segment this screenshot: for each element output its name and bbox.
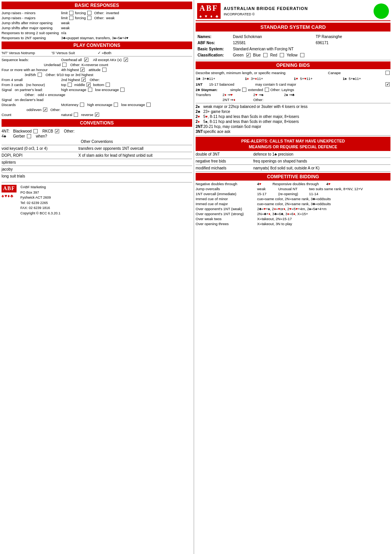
2nt-arrow-label: 2NT ⇒♦ (223, 98, 253, 102)
odd-even-label: odd/even (27, 108, 42, 112)
odd-even-checkbox[interactable] (43, 108, 47, 112)
2spades-row: 2♠ weak major or 22hcp balanced or 3suit… (196, 104, 390, 109)
discards-high-enc-label: high encourage (87, 103, 113, 107)
red-label: Red (270, 53, 277, 57)
limit-checkbox[interactable] (69, 11, 73, 15)
discards-low-checkbox[interactable] (146, 103, 151, 107)
extended-label: extended (248, 88, 263, 92)
4nt-row: 4NT: Blackwood RKCB Other: (2, 129, 192, 133)
unusual-nt-label: Unusual NT (278, 187, 309, 191)
bid-1c-desc: 3+♣11+ (201, 76, 215, 81)
yellow-label: Yellow (287, 53, 298, 57)
classification-vals: Green Blue Red Yellow (232, 52, 390, 58)
underlead-checkbox[interactable] (62, 63, 66, 67)
all-except-checkbox[interactable] (124, 58, 128, 62)
footer-fax: FAX: 02 6239 1816 (20, 206, 60, 211)
2diamonds-row: 2♦ 5♠, 8-11 hcp and less than 5cds in ot… (196, 119, 390, 124)
limit-label: limit (61, 11, 68, 15)
blackwood-label: Blackwood (13, 129, 32, 133)
canape-checkbox[interactable] (385, 71, 390, 75)
overhead-all-checkbox[interactable] (84, 58, 88, 62)
pre-double-3nt-label: double of 3NT (196, 152, 253, 156)
s-vs-suit-label: 'S' Versus Suit (51, 51, 98, 55)
over-weak-twos-val: X=takeout, 2N=15-17 (257, 217, 292, 221)
abfno1: 125581 (232, 40, 314, 45)
blackwood-checkbox[interactable] (33, 129, 38, 133)
green-checkbox[interactable] (246, 53, 251, 57)
discards-high-checkbox[interactable] (114, 103, 118, 107)
bid-1d-suit: 1♦ (245, 76, 249, 81)
pre-alerts-section: double of 3NT defence to 1♣ precision ne… (196, 152, 390, 170)
extended-checkbox[interactable] (265, 88, 269, 92)
jump-overcalls-row: Jump overcalls weak Unusual NT two suits… (196, 187, 390, 191)
discards-low-enc-label: low encourage (121, 103, 145, 107)
1nt-overcall-row: 1NT overcall (immediate) 15-17 (re-openi… (196, 192, 390, 196)
bid-1s: 1♠ 5+♠11+ (342, 76, 390, 81)
limit-checkbox-maj[interactable] (69, 16, 73, 20)
pre-alerts-header1: PRE-ALERTS: CALLS THAT MAY HAVE UNEXPECT… (198, 138, 388, 144)
pre-neg-free-row: negative free bids freq openings on shap… (196, 159, 390, 163)
immed-cue-minor-label: Immed cue of minor (196, 197, 257, 201)
other-label-maj: Other: (93, 16, 105, 20)
rkcb-checkbox[interactable] (55, 129, 59, 133)
other-weak-maj: weak (106, 16, 115, 20)
from3-middle-checkbox[interactable] (86, 83, 91, 87)
opening-bids-header: OPENING BIDS (196, 61, 390, 69)
2nt-other-label: Other: (253, 98, 263, 102)
high-enc-checkbox[interactable] (88, 88, 92, 92)
over-1nt-strong-row: Over opponent's 1NT (strong) 2N=♣+♦, 3♣=… (196, 212, 390, 216)
forcing-checkbox-maj[interactable] (87, 16, 91, 20)
1nt-overcall-label: 1NT overcall (immediate) (196, 192, 257, 196)
2s-arrow-label: 2♠ ⇒♣ (284, 93, 294, 97)
2hearts-suit: 2♥ (196, 114, 203, 119)
2spades-suit: 2♠ (196, 104, 203, 109)
abf-diamond: ♦ (210, 14, 213, 18)
attitude-checkbox[interactable] (102, 68, 106, 72)
jump-shifts-major-label: Jump shifts after major opening (2, 26, 61, 30)
2nt-ob-suit: 2NT (196, 124, 203, 129)
from3-row: From 3 cards (no honour) top middle bott… (2, 83, 192, 87)
from4-small-label: From 4 small (2, 78, 61, 82)
from4-2nd-checkbox[interactable] (81, 78, 86, 82)
immed-cue-major-val: cue=same color, 2N=same rank, 3♣=oddsuit… (257, 202, 331, 206)
jump-shifts-minor-val: weak (61, 21, 70, 25)
over-weak-twos-label: Over weak twos (196, 217, 257, 221)
bid-1s-suit: 1♠ (343, 76, 347, 81)
1nt-checkbox[interactable] (385, 82, 390, 86)
yellow-checkbox[interactable] (300, 53, 304, 57)
reopening-val: 11-14 (309, 192, 318, 196)
count-natural-checkbox[interactable] (74, 113, 78, 117)
from3-bottom-checkbox[interactable] (106, 83, 110, 87)
comp-bidding-header: COMPETITIVE BIDDING (196, 173, 390, 181)
red-checkbox[interactable] (280, 53, 284, 57)
other-layings: Other: Layings (271, 88, 294, 92)
simple-checkbox[interactable] (242, 88, 246, 92)
gerber-checkbox[interactable] (27, 134, 31, 138)
abf-header: ABF ♠ ♥ ♦ ♣ AUSTRALIAN BRIDGE FEDERATION… (196, 2, 390, 21)
fourth-highest-checkbox[interactable] (80, 68, 85, 72)
blue-checkbox[interactable] (263, 53, 267, 57)
third-fifth-checkbox[interactable] (38, 73, 42, 77)
conv-jacoby-row: jacoby (2, 167, 192, 171)
abf-subtitle: AUSTRALIAN BRIDGE FEDERATION (224, 6, 308, 11)
jump-raises-minors-opts: limit forcing Other: inverted (61, 11, 192, 15)
abf-nos-label: ABF Nos: (196, 40, 231, 45)
from3-top-checkbox[interactable] (68, 83, 72, 87)
other-conv-label: Other Conventions (2, 139, 192, 144)
abf-spade: ♠ (199, 14, 202, 18)
1nt-bid: 1NT (196, 82, 209, 86)
jump-shifts-minor-label: Jump shifts after minor opening (2, 21, 61, 25)
conv-dopi-label: DOPI, ROPI (2, 153, 78, 158)
footer-copyright2: Copyright © BCC 6.3.20.1 (20, 211, 60, 216)
count-reverse-checkbox[interactable] (95, 113, 99, 117)
overhead-all-label: Overhead all (61, 58, 82, 62)
abf-logo-container: ABF ♠ ♥ ♦ ♣ (197, 3, 221, 19)
forcing-checkbox[interactable] (87, 11, 91, 15)
responses-2nt-val: 3♣=puppet stayman, transfers, 3♠=5♠+4♥ (61, 36, 128, 40)
basic-system-val: Standard American with Forcing NT (232, 46, 390, 51)
abf-heart: ♥ (205, 14, 208, 18)
footer-card-club: ♣ (10, 193, 13, 199)
discards-mckenney-checkbox[interactable] (80, 103, 84, 107)
2diamonds-desc: 5♠, 8-11 hcp and less than 5cds in other… (203, 119, 390, 124)
low-enc-checkbox[interactable] (120, 88, 125, 92)
